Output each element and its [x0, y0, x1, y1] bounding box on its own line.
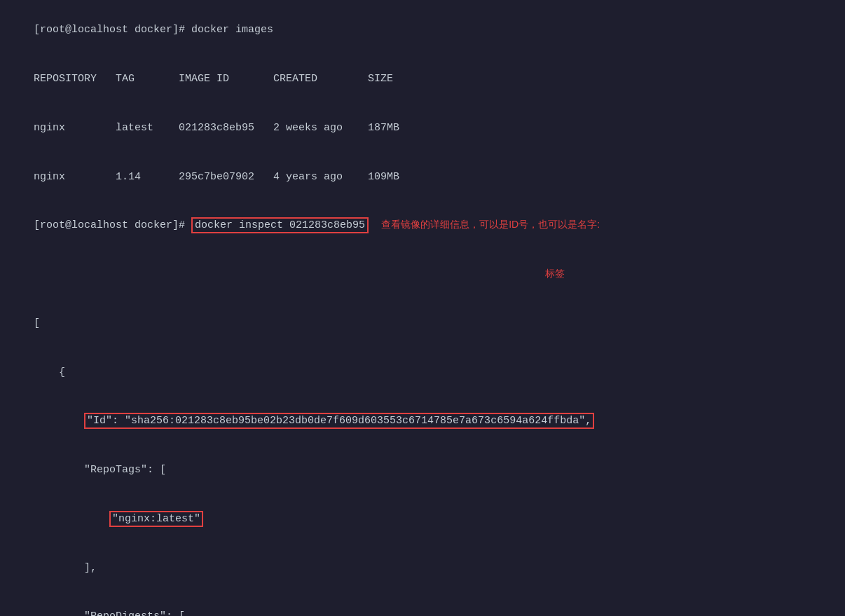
line-bracket-open: [ — [8, 299, 837, 348]
repotags-text: "RepoTags": [ — [34, 464, 166, 476]
line-nginx-114: nginx 1.14 295c7be07902 4 years ago 109M… — [8, 152, 837, 201]
indent-id — [34, 415, 84, 427]
line-repotags: "RepoTags": [ — [8, 446, 837, 495]
brace-open: { — [34, 367, 65, 378]
line-header: REPOSITORY TAG IMAGE ID CREATED SIZE — [8, 55, 837, 104]
comment-line1: 查看镜像的详细信息，可以是ID号，也可以是名字: — [381, 219, 600, 230]
line-comment-cont: 标签 — [8, 250, 837, 299]
header-text: REPOSITORY TAG IMAGE ID CREATED SIZE — [34, 73, 393, 85]
nginx-114-text: nginx 1.14 295c7be07902 4 years ago 109M… — [34, 171, 399, 183]
inspect-command: docker inspect 021283c8eb95 — [191, 217, 369, 233]
line-repodigests: "RepoDigests": [ — [8, 592, 837, 616]
bracket-open: [ — [34, 317, 40, 329]
nginx-latest-tag: "nginx:latest" — [109, 511, 203, 527]
repotags-close: ], — [34, 562, 97, 574]
id-sha-value: "Id": "sha256:021283c8eb95be02b23db0de7f… — [84, 413, 594, 429]
line-nginx-latest-tag: "nginx:latest" — [8, 495, 837, 544]
line-docker-images-cmd: [root@localhost docker]# docker images — [8, 6, 837, 55]
line-brace-open: { — [8, 348, 837, 397]
comment-line2: 标签 — [545, 268, 565, 279]
nginx-latest-text: nginx latest 021283c8eb95 2 weeks ago 18… — [34, 122, 399, 134]
repodigests-text: "RepoDigests": [ — [34, 610, 185, 616]
prompt-1: [root@localhost docker]# docker images — [34, 24, 273, 36]
line-id-sha: "Id": "sha256:021283c8eb95be02b23db0de7f… — [8, 397, 837, 446]
space-after-cmd — [369, 219, 381, 231]
line-inspect-cmd: [root@localhost docker]# docker inspect … — [8, 201, 837, 250]
terminal-window: [root@localhost docker]# docker images R… — [0, 0, 845, 616]
line-nginx-latest: nginx latest 021283c8eb95 2 weeks ago 18… — [8, 104, 837, 153]
line-repotags-close: ], — [8, 543, 837, 592]
prompt-inspect: [root@localhost docker]# — [34, 219, 191, 231]
indent-tag — [34, 513, 109, 525]
